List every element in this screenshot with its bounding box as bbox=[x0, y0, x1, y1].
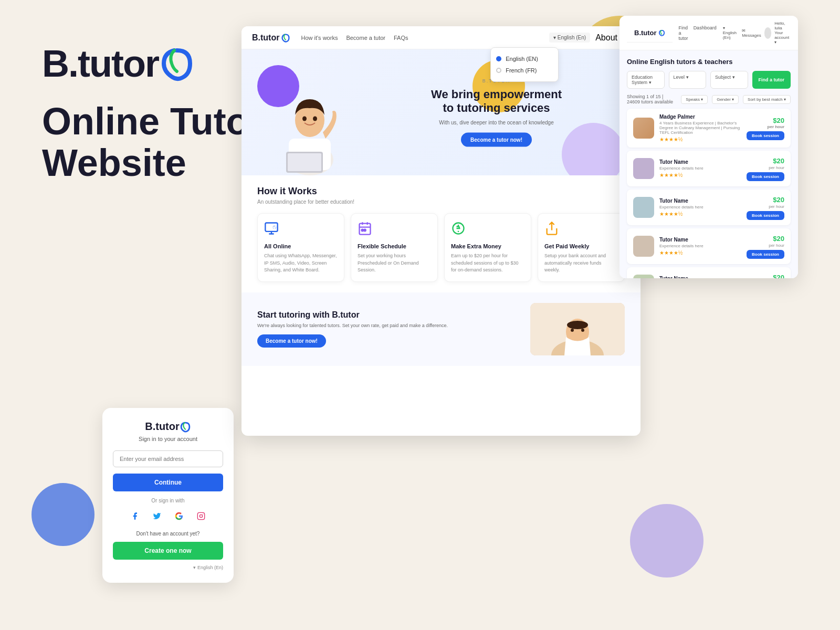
lang-dropdown[interactable]: ▾ English (En) English (EN) French (FR) bbox=[549, 33, 590, 43]
lang-radio-fr bbox=[496, 68, 501, 73]
create-account-button[interactable]: Create one now bbox=[113, 542, 223, 560]
hero-text-block: B.TUTOR We bring empowerment to tutoring… bbox=[431, 78, 562, 147]
login-lang-footer[interactable]: ▾ English (En) bbox=[113, 565, 223, 570]
all-online-icon bbox=[264, 221, 338, 239]
search-nav-links: Find a tutor Dashboard bbox=[679, 25, 717, 41]
how-it-works-section: How it Works An outstanding place for be… bbox=[242, 175, 640, 292]
continue-button[interactable]: Continue bbox=[113, 474, 223, 491]
education-system-filter[interactable]: Education System ▾ bbox=[627, 71, 665, 89]
how-card-money: Make Extra Money Earn up to $20 per hour… bbox=[444, 213, 531, 282]
search-nav-messages[interactable]: ✉ Messages bbox=[742, 28, 761, 38]
user-avatar bbox=[764, 27, 771, 39]
svg-point-9 bbox=[313, 117, 317, 121]
email-field[interactable] bbox=[113, 450, 223, 467]
book-session-button-3[interactable]: Book session bbox=[747, 250, 784, 259]
tutor-search-screenshot: B.tutor Find a tutor Dashboard ▾ English… bbox=[620, 16, 798, 278]
tutor-price-action-3: $20 per hour Book session bbox=[747, 234, 784, 259]
search-nav-find[interactable]: Find a tutor bbox=[679, 25, 688, 41]
search-page-title: Online English tutors & teachers bbox=[627, 58, 791, 66]
paid-icon bbox=[544, 221, 618, 239]
twitter-icon[interactable] bbox=[150, 509, 164, 523]
tutor-name-2: Tutor Name bbox=[659, 198, 741, 204]
hero-cta-button[interactable]: Become a tutor now! bbox=[461, 132, 532, 146]
find-tutor-button[interactable]: Find a tutor bbox=[752, 71, 791, 89]
svg-rect-7 bbox=[288, 153, 321, 171]
tutor-name-4: Tutor Name bbox=[659, 276, 741, 278]
login-logo-icon bbox=[180, 421, 191, 433]
search-nav-account[interactable]: Hello, IuliaYour account ▾ bbox=[774, 21, 791, 45]
search-nav: B.tutor Find a tutor Dashboard ▾ English… bbox=[620, 16, 798, 50]
svg-rect-0 bbox=[197, 512, 204, 519]
search-nav-right: ▾ English (En) ✉ Messages Hello, IuliaYo… bbox=[723, 21, 792, 45]
book-session-button-2[interactable]: Book session bbox=[747, 211, 784, 220]
tutor-stars-3: ★★★★½ bbox=[659, 250, 741, 256]
extra-tutor-cards: Tutor Name Experience details here ★★★★½… bbox=[627, 151, 791, 278]
speaks-filter[interactable]: Speaks ▾ bbox=[681, 95, 708, 104]
tutor-card-4: Tutor Name Experience details here ★★★★½… bbox=[627, 267, 791, 278]
start-cta-button[interactable]: Become a tutor now! bbox=[257, 334, 326, 348]
lang-label-fr: French (FR) bbox=[506, 67, 537, 74]
tutor-price-action-4: $20 per hour Book session bbox=[747, 272, 784, 278]
filter-row: Education System ▾ Level ▾ Subject ▾ Fin… bbox=[627, 71, 791, 89]
how-it-works-title: How it Works bbox=[257, 186, 625, 197]
flexible-desc: Set your working hours Prescheduled or O… bbox=[358, 253, 431, 274]
decorative-blue-circle bbox=[32, 483, 94, 546]
site-nav-logo: B.tutor bbox=[252, 33, 290, 43]
instagram-icon[interactable] bbox=[194, 509, 208, 523]
svg-point-8 bbox=[302, 117, 307, 121]
nav-become-tutor[interactable]: Become a tutor bbox=[346, 35, 385, 41]
all-online-title: All Online bbox=[264, 243, 338, 249]
search-nav-lang[interactable]: ▾ English (En) bbox=[723, 26, 739, 40]
decorative-purple-circle bbox=[630, 504, 704, 578]
money-title: Make Extra Money bbox=[451, 243, 524, 249]
book-session-button-1[interactable]: Book session bbox=[747, 172, 784, 181]
tutor-name-3: Tutor Name bbox=[659, 237, 741, 243]
subject-filter[interactable]: Subject ▾ bbox=[710, 71, 748, 89]
svg-point-22 bbox=[581, 329, 584, 332]
nav-how-it-works[interactable]: How it's works bbox=[301, 35, 338, 41]
tutor-name-0: Madge Palmer bbox=[659, 114, 741, 120]
level-filter[interactable]: Level ▾ bbox=[669, 71, 707, 89]
sort-filter[interactable]: Sort by best match ▾ bbox=[743, 95, 791, 104]
gender-filter[interactable]: Gender ▾ bbox=[712, 95, 739, 104]
money-icon bbox=[451, 221, 524, 239]
google-icon[interactable] bbox=[172, 509, 186, 523]
nav-faqs[interactable]: FAQs bbox=[394, 35, 408, 41]
tutor-avatar-1 bbox=[633, 158, 654, 179]
tutor-avatar-4 bbox=[633, 275, 654, 278]
hero-person-illustration bbox=[268, 70, 352, 175]
tutor-stars-0: ★★★★½ bbox=[659, 136, 741, 142]
site-nav: B.tutor How it's works Become a tutor FA… bbox=[242, 26, 640, 49]
lang-option-en[interactable]: English (EN) bbox=[496, 53, 553, 65]
hero-subtext: With us, dive deeper into the ocean of k… bbox=[431, 119, 562, 125]
paid-title: Get Paid Weekly bbox=[544, 243, 618, 249]
site-nav-logo-icon bbox=[281, 33, 290, 43]
start-tutoring-image bbox=[530, 303, 625, 355]
login-card-logo: B.tutor bbox=[113, 421, 223, 433]
tutor-info-4: Tutor Name Experience details here ★★★★½ bbox=[659, 276, 741, 278]
tutor-price-action-2: $20 per hour Book session bbox=[747, 195, 784, 220]
book-session-button-0[interactable]: Book session bbox=[747, 131, 784, 140]
svg-point-21 bbox=[571, 329, 574, 332]
money-desc: Earn up to $20 per hour for scheduled se… bbox=[451, 253, 524, 274]
search-nav-logo-icon bbox=[658, 29, 665, 36]
hero-heading: We bring empowerment to tutoring service… bbox=[431, 88, 562, 116]
site-nav-right: ▾ English (En) English (EN) French (FR) … bbox=[549, 33, 630, 43]
homepage-screenshot: B.tutor How it's works Become a tutor FA… bbox=[242, 26, 640, 436]
paid-desc: Setup your bank account and automaticall… bbox=[544, 253, 618, 274]
tutor-tags-3: Experience details here bbox=[659, 244, 741, 248]
how-card-all-online: All Online Chat using WhatsApp, Messenge… bbox=[257, 213, 344, 282]
flexible-title: Flexible Schedule bbox=[358, 243, 431, 249]
tutor-info-0: Madge Palmer 4 Years Business Experience… bbox=[659, 114, 741, 142]
tutor-avatar-2 bbox=[633, 197, 654, 218]
tutor-card-1: Tutor Name Experience details here ★★★★½… bbox=[627, 151, 791, 186]
facebook-icon[interactable] bbox=[128, 509, 142, 523]
lang-option-fr[interactable]: French (FR) bbox=[496, 65, 553, 76]
search-nav-dashboard[interactable]: Dashboard bbox=[694, 25, 717, 41]
tutor-price-action-1: $20 per hour Book session bbox=[747, 156, 784, 181]
lang-radio-en bbox=[496, 56, 501, 61]
tutor-price-action-0: $20 per hour Book session bbox=[747, 117, 784, 140]
results-count: Showing 1 of 15 | 24609 tutors available bbox=[627, 94, 677, 104]
search-body: Online English tutors & teachers Educati… bbox=[620, 50, 798, 278]
svg-point-20 bbox=[567, 321, 588, 329]
